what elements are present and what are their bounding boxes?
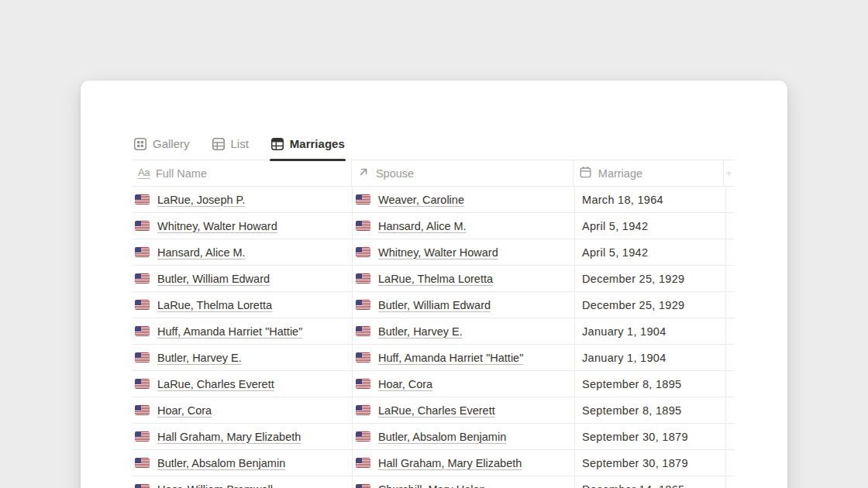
full-name-cell[interactable]: Hall Graham, Mary Elizabeth bbox=[133, 424, 353, 449]
full-name-cell[interactable]: Whitney, Walter Howard bbox=[133, 213, 353, 239]
marriage-date-cell[interactable]: March 18, 1964 bbox=[575, 187, 726, 212]
full-name-link: LaRue, Joseph P. bbox=[157, 194, 245, 206]
us-flag-icon bbox=[356, 273, 370, 284]
spouse-cell[interactable]: Hoar, Cora bbox=[353, 371, 575, 397]
spouse-link: Butler, William Edward bbox=[378, 299, 491, 311]
us-flag-icon bbox=[356, 300, 370, 310]
marriage-date-cell[interactable]: April 5, 1942 bbox=[575, 239, 726, 265]
us-flag-icon bbox=[356, 326, 370, 336]
us-flag-icon bbox=[356, 484, 370, 488]
marriage-date-cell[interactable]: December 25, 1929 bbox=[575, 292, 726, 318]
table-row: Huff, Amanda Harriet "Hattie" Butler, Ha… bbox=[133, 318, 735, 345]
spouse-cell[interactable]: LaRue, Thelma Loretta bbox=[353, 266, 575, 291]
full-name-link: Whitney, Walter Howard bbox=[157, 220, 277, 232]
table-row: Hoar, William Bramwell Churchill, Mary H… bbox=[133, 476, 735, 488]
tab-marriages[interactable]: Marriages bbox=[270, 128, 346, 160]
marriage-date-cell[interactable]: January 1, 1904 bbox=[575, 345, 726, 370]
us-flag-icon bbox=[135, 221, 150, 231]
column-label: Spouse bbox=[376, 167, 414, 180]
list-view-icon bbox=[212, 137, 226, 151]
full-name-link: Hoar, Cora bbox=[157, 404, 212, 417]
full-name-cell[interactable]: Huff, Amanda Harriet "Hattie" bbox=[133, 318, 353, 344]
column-header-full-name[interactable]: Aa Full Name bbox=[133, 160, 352, 186]
plus-icon: + bbox=[726, 168, 732, 179]
spouse-cell[interactable]: LaRue, Charles Everett bbox=[353, 397, 575, 423]
marriage-date-cell[interactable]: January 1, 1904 bbox=[575, 318, 726, 344]
marriage-date-cell[interactable]: April 5, 1942 bbox=[575, 213, 726, 239]
marriage-date-cell[interactable]: December 14, 1865 bbox=[575, 476, 726, 488]
spouse-cell[interactable]: Hansard, Alice M. bbox=[353, 213, 575, 239]
tab-list[interactable]: List bbox=[211, 128, 250, 160]
us-flag-icon bbox=[356, 221, 370, 231]
tab-label: List bbox=[231, 137, 249, 150]
spouse-cell[interactable]: Whitney, Walter Howard bbox=[353, 239, 575, 265]
row-stub-cell bbox=[726, 213, 735, 239]
marriage-date-cell[interactable]: September 8, 1895 bbox=[575, 371, 726, 397]
spouse-link: Hall Graham, Mary Elizabeth bbox=[378, 457, 522, 469]
row-stub-cell bbox=[726, 476, 735, 488]
spouse-cell[interactable]: Weaver, Caroline bbox=[353, 187, 575, 212]
table-row: LaRue, Charles Everett Hoar, Cora Septem… bbox=[133, 371, 735, 397]
full-name-cell[interactable]: LaRue, Thelma Loretta bbox=[133, 292, 353, 318]
full-name-link: LaRue, Thelma Loretta bbox=[157, 299, 272, 311]
table-row: Butler, William Edward LaRue, Thelma Lor… bbox=[133, 266, 735, 292]
column-header-spouse[interactable]: Spouse bbox=[352, 160, 574, 186]
marriage-date-value: December 14, 1865 bbox=[582, 483, 684, 488]
tab-gallery[interactable]: Gallery bbox=[133, 128, 191, 160]
spouse-cell[interactable]: Butler, William Edward bbox=[353, 292, 575, 318]
spouse-cell[interactable]: Hall Graham, Mary Elizabeth bbox=[353, 450, 575, 476]
us-flag-icon bbox=[135, 458, 150, 468]
gallery-view-icon bbox=[133, 137, 147, 151]
spouse-link: Hansard, Alice M. bbox=[378, 220, 467, 232]
us-flag-icon bbox=[356, 352, 370, 363]
full-name-cell[interactable]: Butler, Harvey E. bbox=[133, 345, 353, 370]
us-flag-icon bbox=[135, 405, 150, 415]
table-row: Whitney, Walter Howard Hansard, Alice M.… bbox=[133, 213, 735, 239]
marriage-date-cell[interactable]: September 30, 1879 bbox=[575, 450, 726, 476]
us-flag-icon bbox=[135, 273, 150, 284]
spouse-link: Butler, Absalom Benjamin bbox=[378, 431, 506, 443]
table-row: Butler, Harvey E. Huff, Amanda Harriet "… bbox=[133, 345, 735, 371]
spouse-link: Huff, Amanda Harriet "Hattie" bbox=[378, 352, 523, 364]
full-name-cell[interactable]: Hoar, William Bramwell bbox=[133, 476, 353, 488]
spouse-cell[interactable]: Huff, Amanda Harriet "Hattie" bbox=[353, 345, 575, 370]
us-flag-icon bbox=[356, 431, 370, 442]
spouse-cell[interactable]: Churchill, Mary Helen bbox=[353, 476, 575, 488]
calendar-icon bbox=[579, 166, 592, 181]
marriage-date-cell[interactable]: December 25, 1929 bbox=[575, 266, 726, 291]
spouse-link: LaRue, Thelma Loretta bbox=[378, 273, 493, 285]
table-row: LaRue, Joseph P. Weaver, Caroline March … bbox=[133, 187, 735, 213]
tab-label: Marriages bbox=[290, 137, 345, 150]
full-name-cell[interactable]: LaRue, Charles Everett bbox=[133, 371, 353, 397]
spouse-link: Butler, Harvey E. bbox=[378, 325, 463, 338]
add-column-button[interactable]: + bbox=[724, 160, 735, 186]
us-flag-icon bbox=[135, 247, 150, 257]
full-name-cell[interactable]: Butler, William Edward bbox=[133, 266, 353, 291]
tab-label: Gallery bbox=[153, 137, 190, 150]
table-row: Hall Graham, Mary Elizabeth Butler, Absa… bbox=[133, 424, 735, 450]
spouse-link: Whitney, Walter Howard bbox=[378, 246, 498, 259]
full-name-link: Hansard, Alice M. bbox=[157, 246, 246, 259]
marriage-date-cell[interactable]: September 30, 1879 bbox=[575, 424, 726, 449]
full-name-link: Huff, Amanda Harriet "Hattie" bbox=[157, 325, 302, 338]
row-stub-cell bbox=[726, 371, 735, 397]
full-name-link: Butler, Absalom Benjamin bbox=[157, 457, 285, 469]
full-name-cell[interactable]: Butler, Absalom Benjamin bbox=[133, 450, 353, 476]
us-flag-icon bbox=[356, 247, 370, 257]
full-name-link: Butler, William Edward bbox=[157, 273, 270, 285]
marriage-date-cell[interactable]: September 8, 1895 bbox=[575, 397, 726, 423]
full-name-cell[interactable]: Hansard, Alice M. bbox=[133, 239, 353, 265]
row-stub-cell bbox=[726, 424, 735, 449]
spouse-cell[interactable]: Butler, Absalom Benjamin bbox=[353, 424, 575, 449]
spouse-cell[interactable]: Butler, Harvey E. bbox=[353, 318, 575, 344]
us-flag-icon bbox=[356, 194, 370, 204]
database-content: Gallery List bbox=[133, 128, 735, 488]
column-header-marriage[interactable]: Marriage bbox=[574, 160, 724, 186]
full-name-cell[interactable]: LaRue, Joseph P. bbox=[133, 187, 353, 212]
full-name-link: LaRue, Charles Everett bbox=[157, 378, 274, 390]
table-row: Hoar, Cora LaRue, Charles Everett Septem… bbox=[133, 397, 735, 424]
marriage-date-value: September 30, 1879 bbox=[582, 431, 688, 443]
us-flag-icon bbox=[135, 484, 150, 488]
view-tabs: Gallery List bbox=[133, 128, 735, 160]
full-name-cell[interactable]: Hoar, Cora bbox=[133, 397, 353, 423]
